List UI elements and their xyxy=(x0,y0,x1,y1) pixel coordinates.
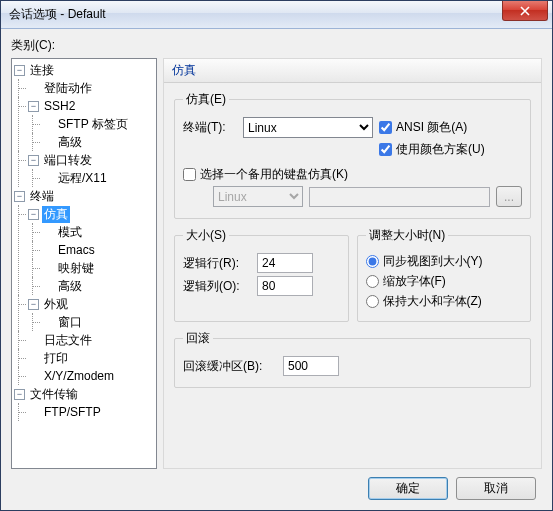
tree-print[interactable]: 打印 xyxy=(42,350,70,367)
terminal-label: 终端(T): xyxy=(183,119,237,136)
tree-login-action[interactable]: 登陆动作 xyxy=(42,80,94,97)
use-color-scheme-checkbox[interactable] xyxy=(379,143,392,156)
scrollback-legend: 回滚 xyxy=(183,330,213,347)
ok-button[interactable]: 确定 xyxy=(368,477,448,500)
dialog-window: 会话选项 - Default 类别(C): −连接 登陆动作 −SSH2 xyxy=(0,0,553,511)
tree-map-keys[interactable]: 映射键 xyxy=(56,260,96,277)
emulation-group: 仿真(E) 终端(T): Linux ANSI 颜色(A) xyxy=(174,91,531,219)
resize-sync-radio[interactable]: 同步视图到大小(Y) xyxy=(366,253,483,270)
size-group: 大小(S) 逻辑行(R): 逻辑列(O): xyxy=(174,227,349,322)
close-icon xyxy=(519,6,531,16)
cols-input[interactable] xyxy=(257,276,313,296)
scrollback-label: 回滚缓冲区(B): xyxy=(183,358,277,375)
expander-icon[interactable]: − xyxy=(28,209,39,220)
tree-appearance[interactable]: 外观 xyxy=(42,296,70,313)
ansi-color-checkbox[interactable] xyxy=(379,121,392,134)
dialog-buttons: 确定 取消 xyxy=(11,469,542,500)
close-button[interactable] xyxy=(502,1,548,21)
alt-keyboard-select: Linux xyxy=(213,186,303,207)
tree-advanced2[interactable]: 高级 xyxy=(56,278,84,295)
alt-keyboard-check[interactable]: 选择一个备用的键盘仿真(K) xyxy=(183,166,348,183)
resize-keep-radio[interactable]: 保持大小和字体(Z) xyxy=(366,293,482,310)
expander-icon[interactable]: − xyxy=(28,299,39,310)
tree-connection[interactable]: 连接 xyxy=(28,62,56,79)
expander-icon[interactable]: − xyxy=(28,101,39,112)
tree-xyz[interactable]: X/Y/Zmodem xyxy=(42,369,116,383)
resize-scale-radio[interactable]: 缩放字体(F) xyxy=(366,273,446,290)
tree-window[interactable]: 窗口 xyxy=(56,314,84,331)
cols-label: 逻辑列(O): xyxy=(183,278,251,295)
size-legend: 大小(S) xyxy=(183,227,229,244)
settings-panel: 仿真 仿真(E) 终端(T): Linux ANSI 颜色(A) xyxy=(163,58,542,469)
tree-port-forward[interactable]: 端口转发 xyxy=(42,152,94,169)
cancel-button[interactable]: 取消 xyxy=(456,477,536,500)
category-label: 类别(C): xyxy=(11,37,542,54)
panel-title: 仿真 xyxy=(164,59,541,83)
tree-emacs[interactable]: Emacs xyxy=(56,243,97,257)
expander-icon[interactable]: − xyxy=(14,65,25,76)
rows-input[interactable] xyxy=(257,253,313,273)
tree-file-transfer[interactable]: 文件传输 xyxy=(28,386,80,403)
browse-button: ... xyxy=(496,186,522,207)
tree-mode[interactable]: 模式 xyxy=(56,224,84,241)
tree-terminal[interactable]: 终端 xyxy=(28,188,56,205)
alt-keyboard-path xyxy=(309,187,490,207)
scrollback-input[interactable] xyxy=(283,356,339,376)
tree-ssh2[interactable]: SSH2 xyxy=(42,99,77,113)
panel-body: 仿真(E) 终端(T): Linux ANSI 颜色(A) xyxy=(164,83,541,468)
titlebar: 会话选项 - Default xyxy=(1,1,552,29)
category-tree[interactable]: −连接 登陆动作 −SSH2 SFTP 标签页 高级 xyxy=(11,58,157,469)
expander-icon[interactable]: − xyxy=(14,191,25,202)
emulation-legend: 仿真(E) xyxy=(183,91,229,108)
tree-sftp-tab[interactable]: SFTP 标签页 xyxy=(56,116,130,133)
tree-ftp-sftp[interactable]: FTP/SFTP xyxy=(42,405,103,419)
tree-advanced1[interactable]: 高级 xyxy=(56,134,84,151)
expander-icon[interactable]: − xyxy=(28,155,39,166)
dialog-body: 类别(C): −连接 登陆动作 −SSH2 SFTP 标签页 高级 xyxy=(1,29,552,510)
resize-legend: 调整大小时(N) xyxy=(366,227,449,244)
terminal-select[interactable]: Linux xyxy=(243,117,373,138)
alt-keyboard-checkbox[interactable] xyxy=(183,168,196,181)
expander-icon[interactable]: − xyxy=(14,389,25,400)
tree-log-file[interactable]: 日志文件 xyxy=(42,332,94,349)
rows-label: 逻辑行(R): xyxy=(183,255,251,272)
tree-remote-x11[interactable]: 远程/X11 xyxy=(56,170,109,187)
tree-emulation[interactable]: 仿真 xyxy=(42,206,70,223)
resize-group: 调整大小时(N) 同步视图到大小(Y) 缩放字体(F) xyxy=(357,227,532,322)
ansi-color-check[interactable]: ANSI 颜色(A) xyxy=(379,119,467,136)
scrollback-group: 回滚 回滚缓冲区(B): xyxy=(174,330,531,388)
main-row: −连接 登陆动作 −SSH2 SFTP 标签页 高级 xyxy=(11,58,542,469)
use-color-scheme-check[interactable]: 使用颜色方案(U) xyxy=(379,141,485,158)
window-title: 会话选项 - Default xyxy=(9,6,106,23)
